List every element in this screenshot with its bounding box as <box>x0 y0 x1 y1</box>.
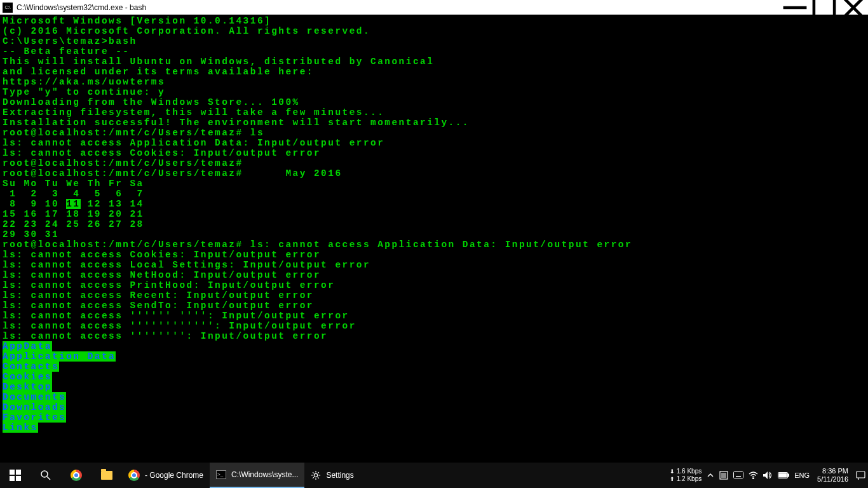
folder-icon <box>101 471 112 480</box>
taskbar-app-label: - Google Chrome <box>145 471 203 480</box>
svg-point-19 <box>753 478 754 479</box>
explorer-pinned-icon[interactable] <box>92 463 122 488</box>
cmd-icon: C:\ <box>3 3 13 13</box>
minimize-button[interactable] <box>780 0 810 15</box>
taskbar: - Google Chrome >_ C:\Windows\syste... S… <box>0 463 868 488</box>
svg-rect-6 <box>10 476 15 481</box>
tray-battery-icon[interactable] <box>775 463 792 488</box>
svg-rect-13 <box>734 472 743 478</box>
taskbar-app-settings[interactable]: Settings <box>304 463 360 488</box>
search-button[interactable] <box>31 463 61 488</box>
tray-language[interactable]: ENG <box>792 463 812 488</box>
tray-clock[interactable]: 8:36 PM 5/11/2016 <box>812 463 853 488</box>
svg-rect-7 <box>16 476 21 481</box>
tray-wifi-icon[interactable] <box>746 463 761 488</box>
taskbar-app-cmd[interactable]: >_ C:\Windows\syste... <box>210 463 304 488</box>
clock-time: 8:36 PM <box>817 467 848 475</box>
clock-date: 5/11/2016 <box>817 475 848 484</box>
net-down: 1.6 Kbps <box>677 468 702 475</box>
svg-rect-5 <box>16 470 21 475</box>
taskbar-app-chrome[interactable]: - Google Chrome <box>122 463 210 488</box>
net-up: 1.2 Kbps <box>677 475 702 482</box>
tray-keyboard-icon[interactable] <box>731 463 746 488</box>
tray-app-icon[interactable] <box>717 463 731 488</box>
svg-point-10 <box>315 473 318 477</box>
svg-rect-12 <box>721 473 726 478</box>
cmd-small-icon: >_ <box>216 470 226 479</box>
maximize-button[interactable] <box>810 0 839 15</box>
svg-rect-4 <box>10 470 15 475</box>
system-tray: ⬇ 1.6 Kbps ⬆ 1.2 Kbps ENG 8:36 PM 5/11/2… <box>667 463 868 488</box>
window-title: C:\Windows\system32\cmd.exe - bash <box>17 3 146 12</box>
chrome-icon <box>128 470 140 481</box>
svg-rect-22 <box>788 474 789 477</box>
gear-icon <box>311 470 321 480</box>
svg-rect-1 <box>814 0 834 18</box>
taskbar-app-label: Settings <box>326 471 353 480</box>
close-button[interactable] <box>839 0 868 15</box>
svg-rect-23 <box>779 473 787 477</box>
tray-notifications-icon[interactable] <box>853 463 868 488</box>
tray-volume-icon[interactable] <box>761 463 775 488</box>
taskbar-app-label: C:\Windows\syste... <box>231 470 298 479</box>
chrome-pinned-icon[interactable] <box>61 463 92 488</box>
network-speed[interactable]: ⬇ 1.6 Kbps ⬆ 1.2 Kbps <box>667 463 704 488</box>
start-button[interactable] <box>0 463 31 488</box>
svg-rect-24 <box>857 471 865 478</box>
svg-marker-20 <box>763 471 768 479</box>
window-titlebar: C:\ C:\Windows\system32\cmd.exe - bash <box>0 0 868 15</box>
terminal-output[interactable]: Microsoft Windows [Version 10.0.14316](c… <box>0 15 868 463</box>
svg-line-9 <box>47 477 50 480</box>
tray-chevron-icon[interactable] <box>704 463 717 488</box>
svg-point-8 <box>41 471 48 477</box>
